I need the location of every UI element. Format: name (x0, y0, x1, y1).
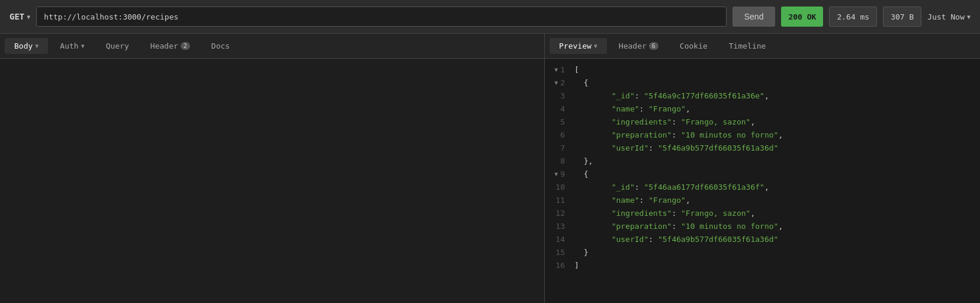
code-area[interactable]: ▼1[▼2 {3 "_id": "5f46a9c177df66035f61a36… (545, 59, 980, 303)
tab-badge: 6 (649, 42, 658, 50)
method-chevron: ▼ (27, 14, 30, 20)
line-number: ▼2 (545, 76, 574, 90)
comma: , (750, 209, 755, 218)
comma: , (686, 104, 690, 113)
tab-chevron: ▼ (594, 43, 597, 49)
status-badge: 200 OK (781, 7, 823, 27)
left-tabs: Body ▼Auth ▼QueryHeader 2Docs (0, 34, 544, 59)
line-content: "preparation": "10 minutos no forno", (574, 129, 783, 142)
line-content: { (574, 76, 588, 90)
line-content: "userId": "5f46a9b577df66035f61a36d" (574, 142, 778, 155)
collapse-arrow[interactable]: ▼ (554, 63, 558, 76)
comma: , (778, 222, 783, 231)
timestamp-chevron: ▼ (967, 14, 971, 20)
left-tab-header[interactable]: Header 2 (141, 38, 200, 54)
send-button[interactable]: Send (732, 7, 776, 27)
tab-chevron: ▼ (35, 43, 38, 49)
method-label: GET (9, 12, 24, 21)
line-content: } (574, 246, 588, 259)
line-content: "name": "Frango", (574, 194, 690, 207)
colon: : (640, 196, 649, 205)
code-line: 15 } (545, 246, 980, 259)
code-line: 14 "userId": "5f46a9b577df66035f61a36d" (545, 233, 980, 246)
json-value: "5f46a9b577df66035f61a36d" (658, 143, 779, 152)
line-content: { (574, 168, 588, 181)
colon: : (635, 91, 644, 100)
line-content: "name": "Frango", (574, 103, 690, 116)
left-tab-docs[interactable]: Docs (202, 38, 239, 54)
colon: : (671, 209, 681, 218)
line-number: 10 (545, 181, 574, 194)
line-content: "_id": "5f46aa6177df66035f61a36f", (574, 181, 769, 194)
code-line: 16] (545, 259, 980, 272)
json-key: "userId" (612, 235, 649, 244)
line-number: 11 (545, 194, 574, 207)
line-number: 5 (545, 116, 574, 129)
line-number: 16 (545, 259, 574, 272)
code-line: 6 "preparation": "10 minutos no forno", (545, 129, 980, 142)
right-tab-preview[interactable]: Preview ▼ (550, 38, 607, 54)
line-number: 6 (545, 129, 574, 142)
json-value: "5f46aa6177df66035f61a36f" (644, 183, 764, 192)
json-value: "Frango" (648, 104, 686, 113)
colon: : (635, 183, 644, 192)
code-line: 4 "name": "Frango", (545, 103, 980, 116)
line-content: "preparation": "10 minutos no forno", (574, 220, 783, 233)
top-bar: GET ▼ Send 200 OK 2.64 ms 307 B Just Now… (0, 0, 980, 34)
json-key: "ingredients" (612, 117, 672, 126)
line-content: "_id": "5f46a9c177df66035f61a36e", (574, 90, 769, 103)
line-number: 13 (545, 220, 574, 233)
line-content: "ingredients": "Frango, sazon", (574, 207, 755, 220)
code-line: 7 "userId": "5f46a9b577df66035f61a36d" (545, 142, 980, 155)
code-line: ▼1[ (545, 63, 980, 76)
right-panel: Preview ▼Header 6CookieTimeline ▼1[▼2 {3… (545, 34, 980, 303)
json-value: "Frango" (648, 196, 686, 205)
left-tab-auth[interactable]: Auth ▼ (50, 38, 94, 54)
colon: : (671, 222, 681, 231)
right-tabs: Preview ▼Header 6CookieTimeline (545, 34, 980, 59)
code-line: ▼9 { (545, 168, 980, 181)
line-content: "ingredients": "Frango, sazon", (574, 116, 755, 129)
right-tab-timeline[interactable]: Timeline (719, 38, 776, 54)
json-key: "_id" (612, 91, 635, 100)
collapse-arrow[interactable]: ▼ (554, 168, 558, 181)
colon: : (671, 130, 681, 139)
json-value: "10 minutos no forno" (681, 130, 778, 139)
json-value: "Frango, sazon" (681, 117, 750, 126)
code-line: ▼2 { (545, 76, 980, 90)
json-key: "preparation" (612, 222, 672, 231)
line-number: 8 (545, 155, 574, 168)
response-size: 307 B (883, 7, 921, 27)
json-value: "5f46a9c177df66035f61a36e" (644, 91, 764, 100)
json-key: "_id" (612, 183, 635, 192)
right-tab-header[interactable]: Header 6 (609, 38, 668, 54)
method-selector[interactable]: GET ▼ (9, 12, 30, 21)
left-panel: Body ▼Auth ▼QueryHeader 2Docs (0, 34, 545, 303)
code-line: 13 "preparation": "10 minutos no forno", (545, 220, 980, 233)
tab-badge: 2 (181, 42, 190, 50)
code-line: 10 "_id": "5f46aa6177df66035f61a36f", (545, 181, 980, 194)
url-input[interactable] (36, 7, 726, 27)
left-tab-query[interactable]: Query (97, 38, 139, 54)
right-tab-cookie[interactable]: Cookie (670, 38, 717, 54)
comma: , (764, 91, 769, 100)
line-number: 12 (545, 207, 574, 220)
line-content: "userId": "5f46a9b577df66035f61a36d" (574, 233, 778, 246)
line-number: 7 (545, 142, 574, 155)
json-value: "5f46a9b577df66035f61a36d" (658, 235, 779, 244)
json-key: "ingredients" (612, 209, 672, 218)
line-number: 14 (545, 233, 574, 246)
response-time: 2.64 ms (829, 7, 877, 27)
timestamp[interactable]: Just Now ▼ (927, 12, 971, 21)
code-line: 5 "ingredients": "Frango, sazon", (545, 116, 980, 129)
json-key: "preparation" (612, 130, 672, 139)
code-line: 12 "ingredients": "Frango, sazon", (545, 207, 980, 220)
collapse-arrow[interactable]: ▼ (554, 76, 558, 90)
main-layout: Body ▼Auth ▼QueryHeader 2Docs Preview ▼H… (0, 34, 980, 303)
line-number: 3 (545, 90, 574, 103)
comma: , (764, 183, 769, 192)
code-line: 8 }, (545, 155, 980, 168)
line-number: 4 (545, 103, 574, 116)
json-key: "name" (612, 196, 640, 205)
left-tab-body[interactable]: Body ▼ (5, 38, 48, 54)
